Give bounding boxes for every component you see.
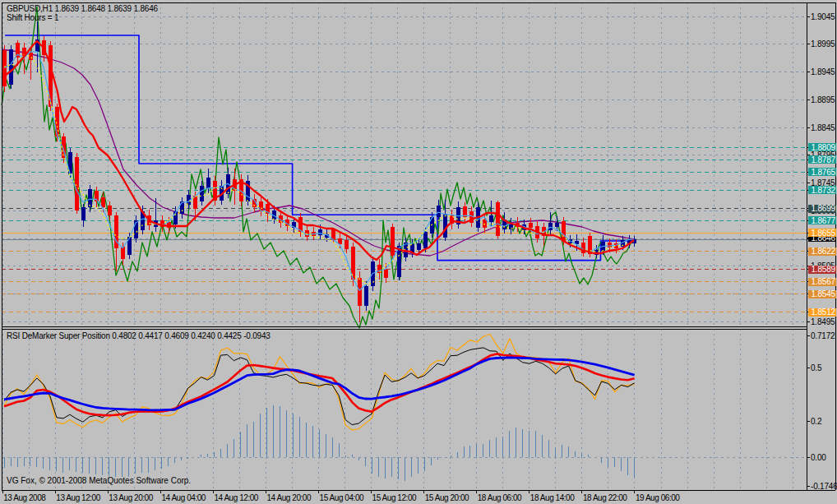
svg-text:18 Aug 22:00: 18 Aug 22:00 — [583, 493, 627, 502]
svg-text:1.8845: 1.8845 — [811, 123, 835, 132]
svg-text:1.9045: 1.9045 — [811, 12, 835, 21]
svg-text:1.8945: 1.8945 — [811, 67, 835, 76]
svg-text:15 Aug 12:00: 15 Aug 12:00 — [372, 493, 417, 502]
svg-text:0.00: 0.00 — [811, 453, 826, 462]
svg-text:RSI DeMarker Super Position 0.: RSI DeMarker Super Position 0.4802 0.441… — [7, 331, 271, 340]
svg-text:15 Aug 04:00: 15 Aug 04:00 — [320, 493, 364, 502]
svg-text:13 Aug 20:00: 13 Aug 20:00 — [109, 493, 153, 502]
svg-text:1.8495: 1.8495 — [811, 317, 835, 326]
svg-text:1.8545: 1.8545 — [812, 289, 836, 298]
svg-text:18 Aug 06:00: 18 Aug 06:00 — [478, 493, 522, 502]
svg-text:14 Aug 20:00: 14 Aug 20:00 — [267, 493, 312, 502]
svg-text:1.8589: 1.8589 — [812, 265, 836, 274]
svg-text:1.8622: 1.8622 — [812, 247, 836, 256]
svg-text:1.8809: 1.8809 — [812, 143, 836, 152]
svg-text:0.7172: 0.7172 — [811, 331, 835, 340]
svg-text:19 Aug 06:00: 19 Aug 06:00 — [636, 493, 680, 502]
svg-text:14 Aug 12:00: 14 Aug 12:00 — [214, 493, 258, 502]
svg-text:1.8699: 1.8699 — [812, 204, 836, 213]
svg-text:Shift Hours = 1: Shift Hours = 1 — [7, 13, 59, 22]
svg-text:1.8677: 1.8677 — [812, 216, 836, 225]
svg-text:1.8895: 1.8895 — [811, 95, 835, 104]
svg-text:18 Aug 14:00: 18 Aug 14:00 — [530, 493, 575, 502]
svg-text:-0.1746: -0.1746 — [811, 482, 837, 491]
svg-text:13 Aug 12:00: 13 Aug 12:00 — [56, 493, 100, 502]
svg-text:VG Fox, © 2001-2008 MetaQuotes: VG Fox, © 2001-2008 MetaQuotes Software … — [7, 476, 191, 485]
svg-text:0.5: 0.5 — [811, 363, 822, 372]
svg-text:1.8995: 1.8995 — [811, 39, 835, 49]
svg-text:1.8765: 1.8765 — [812, 168, 836, 177]
svg-text:1.8567: 1.8567 — [812, 277, 836, 286]
svg-text:1.8787: 1.8787 — [812, 155, 836, 164]
svg-text:13 Aug 2008: 13 Aug 2008 — [3, 493, 46, 502]
svg-text:1.8655: 1.8655 — [812, 229, 836, 238]
svg-text:GBPUSD,H1 1.8639 1.8648 1.863: GBPUSD,H1 1.8639 1.8648 1.8639 1.8646 — [7, 4, 158, 13]
svg-text:14 Aug 04:00: 14 Aug 04:00 — [161, 493, 206, 502]
svg-text:15 Aug 20:00: 15 Aug 20:00 — [425, 493, 469, 502]
svg-text:1.8512: 1.8512 — [812, 307, 836, 317]
svg-text:0.2: 0.2 — [811, 417, 822, 426]
svg-text:1.8732: 1.8732 — [812, 186, 836, 195]
